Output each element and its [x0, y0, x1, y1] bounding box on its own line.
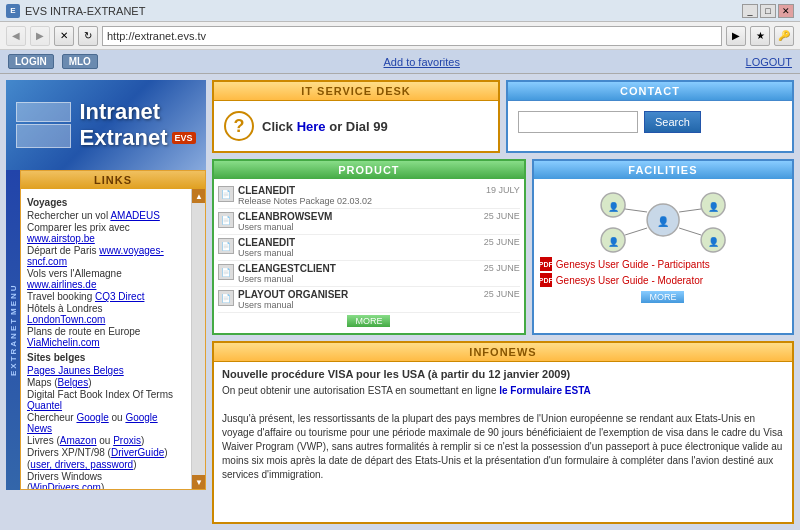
- link-sncf: Départ de Paris www.voyages-sncf.com: [27, 245, 175, 267]
- link-viamichelin: Plans de route en Europe ViaMichelin.com: [27, 326, 175, 348]
- product-icon-5: 📄: [218, 290, 234, 306]
- facilities-more-button[interactable]: MORE: [641, 291, 684, 303]
- infonews-header: INFONEWS: [214, 343, 792, 362]
- esta-link[interactable]: le Formulaire ESTA: [499, 385, 591, 396]
- history-button[interactable]: 🔑: [774, 26, 794, 46]
- back-button[interactable]: ◀: [6, 26, 26, 46]
- product-row-1: 📄 CLEANEDIT Release Notes Package 02.03.…: [218, 183, 520, 209]
- product-info-1: CLEANEDIT Release Notes Package 02.03.02: [238, 185, 482, 206]
- link-airstop: Comparer les prix avec www.airstop.be: [27, 222, 175, 244]
- window-controls: _ □ ✕: [742, 4, 794, 18]
- links-content[interactable]: Voyages Rechercher un vol AMADEUS Compar…: [21, 189, 191, 489]
- product-date-4: 25 JUNE: [484, 263, 520, 273]
- facilities-link-1[interactable]: PDF Genesys User Guide - Participants: [540, 257, 786, 271]
- link-quantel: Digital Fact Book Index Of Terms Quantel: [27, 389, 175, 411]
- evs-badge: EVS: [172, 132, 196, 144]
- product-icon-1: 📄: [218, 186, 234, 202]
- network-diagram: 👤 👤 👤 👤 👤: [540, 185, 786, 255]
- product-info-5: PLAYOUT ORGANISER Users manual: [238, 289, 480, 310]
- service-desk-header: IT SERVICE DESK: [214, 82, 498, 101]
- here-link[interactable]: Here: [297, 119, 326, 134]
- svg-line-13: [679, 228, 701, 235]
- product-date-3: 25 JUNE: [484, 237, 520, 247]
- section-voyages: Voyages: [27, 197, 175, 208]
- logout-link[interactable]: LOGOUT: [746, 56, 792, 68]
- dial-number: 99: [373, 119, 387, 134]
- network-svg: 👤 👤 👤 👤 👤: [540, 185, 786, 255]
- svg-text:👤: 👤: [707, 201, 719, 213]
- product-row-3: 📄 CLEANEDIT Users manual 25 JUNE: [218, 235, 520, 261]
- infonews-body: Nouvelle procédure VISA pour les USA (à …: [214, 362, 792, 488]
- close-button[interactable]: ✕: [778, 4, 794, 18]
- left-panel: Intranet Extranet EVS EXTRANET MENU LINK…: [6, 80, 206, 524]
- logo-image-bottom: [16, 124, 71, 148]
- links-panel: LINKS Voyages Rechercher un vol AMADEUS …: [20, 170, 206, 490]
- product-icon-2: 📄: [218, 212, 234, 228]
- product-name-5: PLAYOUT ORGANISER: [238, 289, 480, 300]
- product-panel: PRODUCT 📄 CLEANEDIT Release Notes Packag…: [212, 159, 526, 335]
- product-more-button[interactable]: MORE: [347, 315, 390, 327]
- logo-text: Intranet Extranet EVS: [79, 99, 195, 151]
- scroll-up-button[interactable]: ▲: [192, 189, 206, 203]
- product-info-2: CLEANBROWSEVM Users manual: [238, 211, 480, 232]
- link-airlines: Vols vers l'Allemagne www.airlines.de: [27, 268, 175, 290]
- product-date-5: 25 JUNE: [484, 289, 520, 299]
- product-users-4: Users manual: [238, 274, 480, 284]
- main-content: Intranet Extranet EVS EXTRANET MENU LINK…: [0, 74, 800, 530]
- favorites-button[interactable]: ★: [750, 26, 770, 46]
- click-text: Click: [262, 119, 297, 134]
- url-text: http://extranet.evs.tv: [107, 30, 717, 42]
- facilities-body: 👤 👤 👤 👤 👤: [534, 179, 792, 311]
- middle-panels: PRODUCT 📄 CLEANEDIT Release Notes Packag…: [212, 159, 794, 335]
- logo-image-top: [16, 102, 71, 122]
- product-users-3: Users manual: [238, 248, 480, 258]
- svg-line-11: [679, 209, 701, 212]
- logo-images: [16, 102, 71, 148]
- go-button[interactable]: ▶: [726, 26, 746, 46]
- mlo-button[interactable]: MLO: [62, 54, 98, 69]
- forward-button[interactable]: ▶: [30, 26, 50, 46]
- address-bar[interactable]: http://extranet.evs.tv: [102, 26, 722, 46]
- link-maps: Maps (Belges): [27, 377, 175, 388]
- side-menu: EXTRANET MENU: [6, 170, 20, 490]
- product-date-1: 19 JULY: [486, 185, 520, 195]
- product-date-2: 25 JUNE: [484, 211, 520, 221]
- contact-panel: CONTACT Search: [506, 80, 794, 153]
- service-desk-panel: IT SERVICE DESK ? Click Here or Dial 99: [212, 80, 500, 153]
- add-favorites-link[interactable]: Add to favorites: [384, 56, 460, 68]
- window-title: EVS INTRA-EXTRANET: [25, 5, 742, 17]
- svg-text:👤: 👤: [707, 236, 719, 248]
- facilities-header: FACILITIES: [534, 161, 792, 179]
- pdf-icon-2: PDF: [540, 273, 552, 287]
- toolbar: LOGIN MLO Add to favorites LOGOUT: [0, 50, 800, 74]
- section-belges: Sites belges: [27, 352, 175, 363]
- scroll-down-button[interactable]: ▼: [192, 475, 206, 489]
- svg-text:👤: 👤: [607, 236, 619, 248]
- svg-text:👤: 👤: [607, 201, 619, 213]
- infonews-title: Nouvelle procédure VISA pour les USA (à …: [222, 368, 784, 380]
- service-desk-body: ? Click Here or Dial 99: [214, 101, 498, 151]
- product-row-5: 📄 PLAYOUT ORGANISER Users manual 25 JUNE: [218, 287, 520, 313]
- login-button[interactable]: LOGIN: [8, 54, 54, 69]
- dial-text: or Dial: [326, 119, 374, 134]
- contact-search-input[interactable]: [518, 111, 638, 133]
- contact-header: CONTACT: [508, 82, 792, 101]
- minimize-button[interactable]: _: [742, 4, 758, 18]
- maximize-button[interactable]: □: [760, 4, 776, 18]
- stop-button[interactable]: ✕: [54, 26, 74, 46]
- refresh-button[interactable]: ↻: [78, 26, 98, 46]
- link-cq3: Travel booking CQ3 Direct: [27, 291, 175, 302]
- infonews-text: On peut obtenir une autorisation ESTA en…: [222, 384, 784, 482]
- logo-area: Intranet Extranet EVS: [6, 80, 206, 170]
- link-drivers-xp: Drivers XP/NT/98 (DriverGuide): [27, 447, 175, 458]
- svg-text:👤: 👤: [657, 215, 670, 228]
- side-menu-extranet: EXTRANET: [9, 317, 18, 376]
- product-body: 📄 CLEANEDIT Release Notes Package 02.03.…: [214, 179, 524, 333]
- product-users-5: Users manual: [238, 300, 480, 310]
- product-icon-3: 📄: [218, 238, 234, 254]
- facilities-link-2[interactable]: PDF Genesys User Guide - Moderator: [540, 273, 786, 287]
- contact-search-button[interactable]: Search: [644, 111, 701, 133]
- product-desc-1: Release Notes Package 02.03.02: [238, 196, 482, 206]
- contact-body: Search: [508, 101, 792, 143]
- links-outer: EXTRANET MENU LINKS Voyages Rechercher u…: [6, 170, 206, 490]
